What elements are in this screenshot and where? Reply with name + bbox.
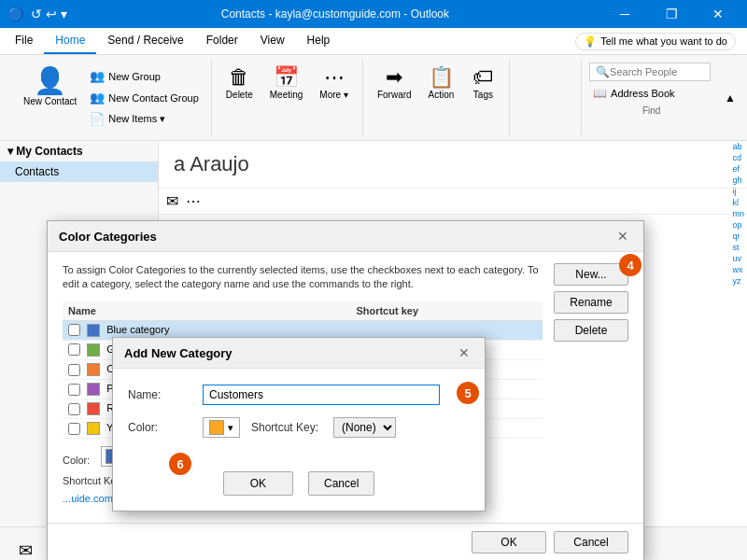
more-actions-icon: ⋯ [186, 192, 201, 210]
tags-icon: 🏷 [472, 65, 493, 90]
add-category-title: Add New Category [124, 346, 233, 360]
window-controls: ─ ❐ ✕ [603, 0, 740, 28]
delete-icon: 🗑 [229, 65, 249, 90]
restore-button[interactable]: ❐ [650, 0, 693, 28]
new-contact-group-button[interactable]: 👥 New Contact Group [85, 88, 204, 107]
color-categories-description: To assign Color Categories to the curren… [63, 263, 543, 292]
tab-home[interactable]: Home [44, 28, 96, 54]
title-bar: 🔵 ↺ ↩ ▾ Contacts - kayla@customguide.com… [0, 0, 747, 28]
yellow-color-swatch [87, 422, 100, 435]
title-bar-left: 🔵 ↺ ↩ ▾ [7, 7, 67, 21]
meeting-button[interactable]: 📅 Meeting [263, 63, 310, 103]
add-color-swatch [209, 420, 224, 435]
address-book-button[interactable]: 📖 Address Book [589, 85, 713, 102]
blue-category-checkbox[interactable] [68, 324, 80, 336]
step-4-badge: 4 [619, 254, 641, 276]
collapse-ribbon-button[interactable]: ▲ [721, 59, 740, 136]
green-category-checkbox[interactable] [68, 343, 80, 356]
name-column-header: Name [63, 301, 350, 321]
alpha-st[interactable]: st [729, 242, 747, 253]
alpha-mn[interactable]: mn [729, 208, 747, 219]
more-button[interactable]: ⋯ More ▾ [313, 63, 355, 103]
add-category-dialog: Add New Category ✕ Name: 5 Color: ▾ Shor… [112, 337, 486, 511]
category-name-input[interactable] [203, 385, 440, 405]
new-contact-icon: 👤 [34, 65, 66, 96]
shortcut-key-row: Shortcut Key: (None) [251, 417, 396, 438]
add-category-close-button[interactable]: ✕ [455, 343, 473, 362]
search-people-input[interactable] [610, 66, 704, 77]
shortcut-column-header: Shortcut key [350, 301, 543, 321]
color-categories-ok-button[interactable]: OK [472, 531, 546, 553]
color-categories-footer: OK Cancel [48, 523, 643, 560]
alpha-wx[interactable]: wx [729, 264, 747, 275]
contact-group-icon: 👥 [90, 91, 105, 105]
purple-category-checkbox[interactable] [68, 384, 80, 396]
color-categories-title: Color Categories [59, 230, 157, 244]
step-5-badge: 5 [457, 382, 479, 404]
new-items-button[interactable]: 📄 New Items ▾ [85, 109, 204, 129]
alpha-cd[interactable]: cd [729, 152, 747, 163]
minimize-button[interactable]: ─ [603, 0, 646, 28]
mail-icon: ✉ [19, 540, 33, 561]
mail-nav-button[interactable]: ✉ [11, 537, 40, 561]
delete-button[interactable]: Delete [554, 319, 628, 342]
color-label-add: Color: [128, 421, 203, 434]
find-group: 🔍 📖 Address Book Find [581, 59, 721, 136]
alpha-uv[interactable]: uv [729, 253, 747, 264]
tab-folder[interactable]: Folder [195, 28, 249, 54]
email-icon: ✉ [166, 192, 178, 210]
delete-button[interactable]: 🗑 Delete [219, 63, 260, 103]
main-area: ▾ My Contacts Contacts a Araujo ✉ ⋯ ab c… [0, 141, 747, 526]
group-icon: 👥 [90, 69, 105, 83]
contacts-item[interactable]: Contacts [0, 161, 158, 182]
close-button[interactable]: ✕ [697, 0, 740, 28]
search-icon: 🔍 [596, 65, 610, 78]
add-category-ok-button[interactable]: OK [223, 471, 293, 496]
alpha-qr[interactable]: qr [729, 231, 747, 242]
color-categories-cancel-button[interactable]: Cancel [554, 531, 628, 553]
contact-name: a Araujo [174, 152, 732, 176]
alpha-ef[interactable]: ef [729, 163, 747, 175]
tab-file[interactable]: File [4, 28, 44, 54]
contact-header: a Araujo [159, 141, 747, 189]
new-group-button[interactable]: 👥 New Group [85, 66, 204, 86]
green-color-swatch [87, 343, 100, 357]
blue-category-name: Blue category [106, 324, 169, 335]
alpha-kl[interactable]: kl [729, 197, 747, 208]
orange-category-checkbox[interactable] [68, 364, 80, 376]
add-category-footer: 6 OK Cancel [113, 464, 485, 511]
alpha-yz[interactable]: yz [729, 275, 747, 287]
name-row: Name: 5 [128, 384, 470, 406]
alpha-ij[interactable]: ij [729, 186, 747, 197]
alpha-gh[interactable]: gh [729, 175, 747, 186]
meeting-icon: 📅 [274, 65, 299, 90]
alphabet-nav: ab cd ef gh ij kl mn op qr st uv wx yz [729, 141, 747, 287]
my-contacts-header[interactable]: ▾ My Contacts [0, 141, 158, 161]
shortcut-key-select-add[interactable]: (None) [333, 417, 396, 438]
app-icon: 🔵 [7, 7, 23, 21]
new-category-button[interactable]: New... [554, 263, 628, 286]
tab-help[interactable]: Help [296, 28, 342, 54]
color-categories-close-button[interactable]: ✕ [613, 227, 632, 245]
add-category-cancel-button[interactable]: Cancel [308, 471, 374, 496]
tab-view[interactable]: View [249, 28, 296, 54]
add-color-picker-button[interactable]: ▾ [203, 417, 240, 438]
red-category-checkbox[interactable] [68, 403, 80, 415]
ribbon-tabs: File Home Send / Receive Folder View Hel… [0, 28, 747, 55]
tell-me-input[interactable]: 💡 Tell me what you want to do [575, 33, 736, 50]
tab-send-receive[interactable]: Send / Receive [96, 28, 194, 54]
tags-button[interactable]: 🏷 Tags [464, 63, 501, 103]
color-row: Color: ▾ Shortcut Key: (None) [128, 417, 470, 438]
address-book-icon: 📖 [593, 87, 607, 100]
new-contact-button[interactable]: 👤 New Contact [15, 63, 85, 109]
alpha-op[interactable]: op [729, 219, 747, 231]
forward-button[interactable]: ➡ Forward [371, 63, 418, 103]
lightbulb-icon: 💡 [584, 35, 597, 48]
new-items-icon: 📄 [90, 112, 105, 126]
yellow-category-checkbox[interactable] [68, 423, 80, 435]
alpha-ab[interactable]: ab [729, 141, 747, 152]
search-people-box[interactable]: 🔍 [589, 63, 711, 81]
ribbon: File Home Send / Receive Folder View Hel… [0, 28, 747, 141]
action-button[interactable]: 📋 Action [422, 63, 461, 103]
rename-button[interactable]: Rename [554, 291, 628, 314]
